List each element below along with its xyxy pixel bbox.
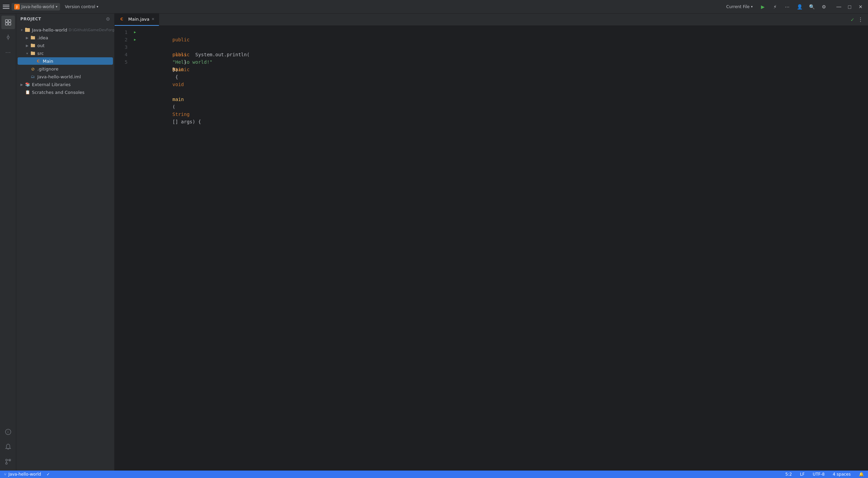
out-arrow-icon: ▶	[24, 43, 30, 48]
version-control-chevron-icon: ▾	[97, 5, 98, 8]
tab-close-button[interactable]: ✕	[151, 17, 154, 21]
main-layout: ⋯ i Project ⚙	[0, 14, 868, 471]
code-line-2: public static void main ( String [] args…	[144, 36, 863, 43]
iml-icon: 🗂	[30, 74, 36, 80]
external-arrow-icon: ▶	[19, 82, 24, 87]
activity-project-icon[interactable]	[1, 16, 15, 29]
tab-bar-more-button[interactable]: ⋮	[856, 15, 865, 24]
version-control-label: Version control	[65, 4, 95, 9]
gitignore-label: .gitignore	[37, 66, 58, 72]
check-icon: ✓	[850, 17, 854, 22]
tab-main-java-label: Main.java	[128, 17, 149, 22]
coverage-button[interactable]: ⚡	[770, 2, 780, 12]
method-main: main	[172, 97, 184, 102]
sidebar-settings-icon[interactable]: ⚙	[106, 16, 110, 22]
current-file-button[interactable]: Current File ▾	[724, 3, 755, 10]
root-path-label: D:\Github\GameDevForge\Java...	[69, 28, 114, 32]
run-line-3	[132, 43, 138, 51]
java-logo-icon: J	[14, 4, 20, 9]
status-branch-item[interactable]: ⑂ Java-hello-world	[3, 472, 42, 477]
tree-item-src[interactable]: ▾ src	[18, 49, 113, 57]
run-line-4	[132, 51, 138, 58]
tab-main-java[interactable]: C Main.java ✕	[115, 14, 159, 26]
external-libs-icon: 📚	[24, 81, 31, 87]
scratches-icon: 📋	[24, 89, 31, 95]
project-name-label: Java-hello-world	[21, 4, 54, 9]
code-line-1: public class Main {	[144, 28, 863, 36]
status-bar: ⑂ Java-hello-world ✓ 5:2 LF UTF-8 4 spac…	[0, 471, 868, 478]
code-line-4: }	[144, 51, 863, 58]
run-gutter: ▶ ▶	[132, 28, 138, 468]
scratches-label: Scratches and Consoles	[32, 90, 84, 95]
status-line-ending-item[interactable]: LF	[799, 472, 806, 477]
status-checkmark-item[interactable]: ✓	[45, 472, 51, 477]
root-label: Java-hello-world	[32, 27, 67, 33]
src-folder-icon	[30, 50, 36, 56]
status-encoding-item[interactable]: UTF-8	[811, 472, 826, 477]
close-button[interactable]: ✕	[856, 2, 865, 12]
svg-rect-0	[5, 20, 8, 22]
activity-more-icon[interactable]: ⋯	[1, 45, 15, 59]
run-button[interactable]: ▶	[758, 2, 768, 12]
svg-text:i: i	[7, 430, 8, 434]
titlebar: J Java-hello-world ▾ Version control ▾ C…	[0, 0, 868, 14]
run-line-2[interactable]: ▶	[132, 36, 138, 43]
idea-folder-icon	[30, 35, 36, 41]
code-editor[interactable]: 1 2 3 4 5 ▶ ▶ public class Main	[115, 26, 868, 471]
minimize-button[interactable]: —	[834, 2, 844, 12]
kw-string: String	[172, 112, 190, 117]
activity-bar: ⋯ i	[0, 14, 16, 471]
status-position-label: 5:2	[785, 472, 792, 477]
status-position-item[interactable]: 5:2	[784, 472, 793, 477]
activity-commit-icon[interactable]	[1, 31, 15, 44]
tree-item-iml[interactable]: ▶ 🗂 Java-hello-world.iml	[18, 73, 113, 80]
activity-learn-icon[interactable]: i	[1, 425, 15, 439]
main-label: Main	[43, 59, 53, 64]
root-arrow-icon: ▾	[19, 27, 24, 33]
editor-area: C Main.java ✕ ✓ ⋮ 1 2 3 4 5 ▶ ▶	[115, 14, 868, 471]
tree-item-scratches[interactable]: ▶ 📋 Scratches and Consoles	[18, 88, 113, 96]
window-controls: — □ ✕	[834, 2, 865, 12]
version-control-button[interactable]: Version control ▾	[62, 3, 101, 10]
iml-label: Java-hello-world.iml	[37, 74, 81, 79]
tree-item-external[interactable]: ▶ 📚 External Libraries	[18, 81, 113, 88]
code-line-5: }	[144, 58, 863, 66]
status-right: 5:2 LF UTF-8 4 spaces 🔔	[784, 472, 865, 477]
titlebar-right: Current File ▾ ▶ ⚡ ⋯ 👤 🔍 ⚙ — □ ✕	[724, 2, 865, 12]
tree-item-main[interactable]: ▶ C Main	[18, 57, 113, 65]
menu-icon[interactable]	[3, 3, 9, 10]
sidebar: Project ⚙ ▾ Java-hello-world D:\Github\G…	[16, 14, 115, 471]
svg-point-11	[5, 463, 7, 464]
tree-item-gitignore[interactable]: ▶ ⊘ .gitignore	[18, 65, 113, 73]
activity-notifications-icon[interactable]	[1, 440, 15, 454]
tree-item-out[interactable]: ▶ out	[18, 42, 113, 49]
root-folder-icon	[24, 27, 31, 33]
search-icon[interactable]: 🔍	[807, 2, 816, 12]
titlebar-left: J Java-hello-world ▾ Version control ▾	[3, 3, 724, 11]
settings-icon[interactable]: ⚙	[819, 2, 829, 12]
status-indent-item[interactable]: 4 spaces	[831, 472, 852, 477]
user-icon[interactable]: 👤	[795, 2, 804, 12]
main-java-icon: C	[35, 58, 41, 64]
run-line-1[interactable]: ▶	[132, 28, 138, 36]
src-label: src	[37, 51, 44, 56]
idea-label: .idea	[37, 35, 48, 40]
tab-bar: C Main.java ✕ ✓ ⋮	[115, 14, 868, 26]
status-notifications-icon[interactable]: 🔔	[857, 472, 865, 477]
git-branch-icon: ⑂	[4, 472, 6, 477]
kw-public-1: public	[172, 37, 190, 42]
activity-vcs-icon[interactable]	[1, 455, 15, 469]
idea-arrow-icon: ▶	[24, 35, 30, 40]
svg-rect-2	[5, 23, 8, 25]
project-badge[interactable]: J Java-hello-world ▾	[12, 3, 60, 11]
out-label: out	[37, 43, 44, 48]
more-actions-button[interactable]: ⋯	[783, 2, 792, 12]
status-indent-label: 4 spaces	[833, 472, 851, 477]
code-content[interactable]: public class Main { public static void	[138, 28, 868, 468]
restore-button[interactable]: □	[845, 2, 854, 12]
current-file-label: Current File	[726, 4, 750, 9]
tree-item-root[interactable]: ▾ Java-hello-world D:\Github\GameDevForg…	[18, 26, 113, 34]
tree-item-idea[interactable]: ▶ .idea	[18, 34, 113, 41]
gitignore-icon: ⊘	[30, 66, 36, 72]
external-label: External Libraries	[32, 82, 71, 87]
